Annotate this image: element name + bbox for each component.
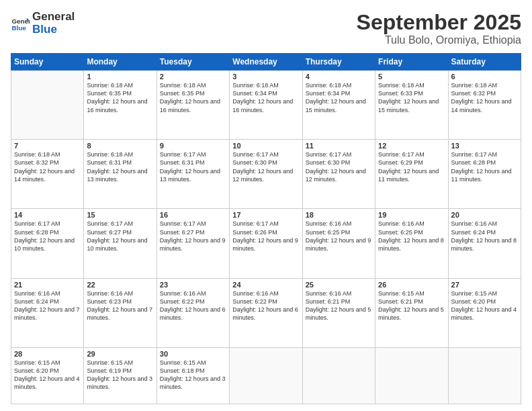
calendar-cell: 27Sunrise: 6:15 AMSunset: 6:20 PMDayligh… [448,278,521,347]
day-info: Sunrise: 6:15 AMSunset: 6:20 PMDaylight:… [14,359,81,392]
calendar-cell: 12Sunrise: 6:17 AMSunset: 6:29 PMDayligh… [375,140,448,209]
day-info: Sunrise: 6:18 AMSunset: 6:33 PMDaylight:… [378,81,445,114]
calendar-cell: 4Sunrise: 6:18 AMSunset: 6:34 PMDaylight… [302,71,375,140]
day-info: Sunrise: 6:17 AMSunset: 6:28 PMDaylight:… [451,150,518,183]
day-number: 2 [160,73,226,81]
day-number: 18 [306,211,372,219]
month-title: September 2025 [357,11,521,34]
day-number: 19 [378,211,445,219]
day-info: Sunrise: 6:18 AMSunset: 6:32 PMDaylight:… [14,150,81,183]
day-info: Sunrise: 6:18 AMSunset: 6:31 PMDaylight:… [87,150,153,183]
day-number: 7 [14,142,81,150]
day-number: 16 [160,211,226,219]
calendar-week-2: 7Sunrise: 6:18 AMSunset: 6:32 PMDaylight… [11,140,521,209]
calendar-cell: 15Sunrise: 6:17 AMSunset: 6:27 PMDayligh… [84,209,157,278]
day-number: 15 [87,211,153,219]
day-info: Sunrise: 6:18 AMSunset: 6:35 PMDaylight:… [160,81,226,114]
logo-general: General [32,11,75,24]
day-number: 27 [451,281,518,289]
day-number: 6 [451,73,518,81]
day-number: 4 [306,73,372,81]
day-number: 20 [451,211,518,219]
calendar-cell: 29Sunrise: 6:15 AMSunset: 6:19 PMDayligh… [84,347,157,404]
day-number: 1 [87,73,153,81]
weekday-header-thursday: Thursday [302,54,375,71]
day-number: 10 [232,142,299,150]
day-number: 28 [14,350,81,358]
day-info: Sunrise: 6:17 AMSunset: 6:29 PMDaylight:… [378,150,445,183]
day-info: Sunrise: 6:17 AMSunset: 6:27 PMDaylight:… [160,220,226,253]
weekday-header-sunday: Sunday [11,54,84,71]
weekday-header-saturday: Saturday [448,54,521,71]
page: General Blue General Blue September 2025… [0,0,532,411]
day-number: 17 [232,211,299,219]
calendar-cell: 5Sunrise: 6:18 AMSunset: 6:33 PMDaylight… [375,71,448,140]
calendar-cell: 19Sunrise: 6:16 AMSunset: 6:25 PMDayligh… [375,209,448,278]
calendar-header-row: SundayMondayTuesdayWednesdayThursdayFrid… [11,54,521,71]
calendar-cell: 20Sunrise: 6:16 AMSunset: 6:24 PMDayligh… [448,209,521,278]
logo: General Blue General Blue [11,11,75,36]
weekday-header-friday: Friday [375,54,448,71]
calendar-cell [11,71,84,140]
calendar-cell [375,347,448,404]
calendar-cell: 17Sunrise: 6:17 AMSunset: 6:26 PMDayligh… [230,209,302,278]
day-info: Sunrise: 6:17 AMSunset: 6:27 PMDaylight:… [87,220,153,253]
day-number: 3 [232,73,299,81]
day-info: Sunrise: 6:16 AMSunset: 6:24 PMDaylight:… [451,220,518,253]
calendar-week-3: 14Sunrise: 6:17 AMSunset: 6:28 PMDayligh… [11,209,521,278]
calendar-cell [230,347,302,404]
calendar-cell [302,347,375,404]
day-number: 24 [232,281,299,289]
day-number: 8 [87,142,153,150]
header: General Blue General Blue September 2025… [11,11,521,46]
day-info: Sunrise: 6:15 AMSunset: 6:20 PMDaylight:… [451,289,518,322]
day-info: Sunrise: 6:18 AMSunset: 6:32 PMDaylight:… [451,81,518,114]
calendar-cell: 6Sunrise: 6:18 AMSunset: 6:32 PMDaylight… [448,71,521,140]
day-info: Sunrise: 6:16 AMSunset: 6:22 PMDaylight:… [160,289,226,322]
calendar-table: SundayMondayTuesdayWednesdayThursdayFrid… [11,53,521,404]
day-info: Sunrise: 6:16 AMSunset: 6:24 PMDaylight:… [14,289,81,322]
calendar-cell: 23Sunrise: 6:16 AMSunset: 6:22 PMDayligh… [157,278,229,347]
calendar-cell: 16Sunrise: 6:17 AMSunset: 6:27 PMDayligh… [157,209,229,278]
day-info: Sunrise: 6:16 AMSunset: 6:22 PMDaylight:… [232,289,299,322]
day-info: Sunrise: 6:15 AMSunset: 6:19 PMDaylight:… [87,359,153,392]
day-info: Sunrise: 6:17 AMSunset: 6:28 PMDaylight:… [14,220,81,253]
calendar-cell: 28Sunrise: 6:15 AMSunset: 6:20 PMDayligh… [11,347,84,404]
calendar-cell: 10Sunrise: 6:17 AMSunset: 6:30 PMDayligh… [230,140,302,209]
day-info: Sunrise: 6:16 AMSunset: 6:23 PMDaylight:… [87,289,153,322]
logo-blue: Blue [32,24,75,36]
day-info: Sunrise: 6:17 AMSunset: 6:30 PMDaylight:… [306,150,372,183]
logo-icon: General Blue [11,14,30,33]
svg-text:Blue: Blue [11,24,26,31]
day-number: 30 [160,350,226,358]
day-info: Sunrise: 6:17 AMSunset: 6:31 PMDaylight:… [160,150,226,183]
calendar-cell: 3Sunrise: 6:18 AMSunset: 6:34 PMDaylight… [230,71,302,140]
calendar-week-4: 21Sunrise: 6:16 AMSunset: 6:24 PMDayligh… [11,278,521,347]
weekday-header-tuesday: Tuesday [157,54,229,71]
day-info: Sunrise: 6:17 AMSunset: 6:30 PMDaylight:… [232,150,299,183]
day-info: Sunrise: 6:16 AMSunset: 6:25 PMDaylight:… [378,220,445,253]
day-info: Sunrise: 6:16 AMSunset: 6:25 PMDaylight:… [306,220,372,253]
day-number: 26 [378,281,445,289]
calendar-cell: 1Sunrise: 6:18 AMSunset: 6:35 PMDaylight… [84,71,157,140]
day-number: 21 [14,281,81,289]
calendar-week-1: 1Sunrise: 6:18 AMSunset: 6:35 PMDaylight… [11,71,521,140]
day-number: 12 [378,142,445,150]
calendar-cell: 25Sunrise: 6:16 AMSunset: 6:21 PMDayligh… [302,278,375,347]
day-number: 5 [378,73,445,81]
day-number: 13 [451,142,518,150]
calendar-cell: 8Sunrise: 6:18 AMSunset: 6:31 PMDaylight… [84,140,157,209]
day-number: 22 [87,281,153,289]
weekday-header-monday: Monday [84,54,157,71]
calendar-cell: 30Sunrise: 6:15 AMSunset: 6:18 PMDayligh… [157,347,229,404]
day-info: Sunrise: 6:18 AMSunset: 6:34 PMDaylight:… [232,81,299,114]
day-info: Sunrise: 6:17 AMSunset: 6:26 PMDaylight:… [232,220,299,253]
calendar-cell: 26Sunrise: 6:15 AMSunset: 6:21 PMDayligh… [375,278,448,347]
calendar-cell: 14Sunrise: 6:17 AMSunset: 6:28 PMDayligh… [11,209,84,278]
calendar-cell [448,347,521,404]
calendar-cell: 13Sunrise: 6:17 AMSunset: 6:28 PMDayligh… [448,140,521,209]
weekday-header-wednesday: Wednesday [230,54,302,71]
calendar-cell: 18Sunrise: 6:16 AMSunset: 6:25 PMDayligh… [302,209,375,278]
day-info: Sunrise: 6:18 AMSunset: 6:34 PMDaylight:… [306,81,372,114]
day-number: 29 [87,350,153,358]
